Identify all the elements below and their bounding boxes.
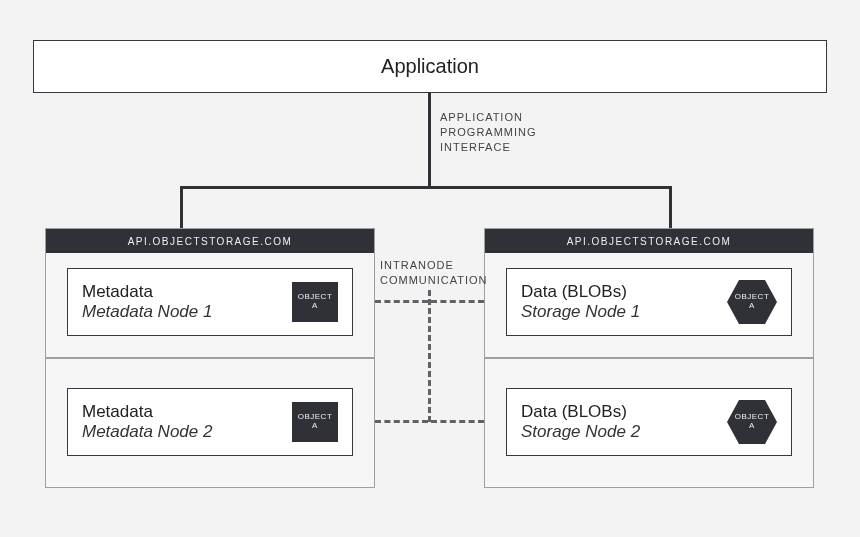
- object-label-l2: A: [749, 301, 755, 310]
- metadata-node-1-title: Metadata: [82, 282, 292, 302]
- object-a-square-icon: OBJECT A: [292, 282, 338, 322]
- object-label-l1: OBJECT: [735, 412, 770, 421]
- metadata-node-2-title: Metadata: [82, 402, 292, 422]
- application-box: Application: [33, 40, 827, 93]
- left-cluster-header: API.OBJECTSTORAGE.COM: [46, 229, 374, 253]
- metadata-node-2-sub: Metadata Node 2: [82, 422, 292, 442]
- api-label-l2: PROGRAMMING: [440, 125, 537, 140]
- api-connector-down-left: [180, 186, 183, 228]
- intranode-vertical: [428, 290, 431, 422]
- storage-node-2-sub: Storage Node 2: [521, 422, 727, 442]
- intranode-right-bottom: [431, 420, 484, 423]
- storage-node-1-title: Data (BLOBs): [521, 282, 727, 302]
- storage-node-2-box: Data (BLOBs) Storage Node 2 OBJECT A: [506, 388, 792, 456]
- object-label-l2: A: [312, 422, 318, 431]
- storage-node-1-text: Data (BLOBs) Storage Node 1: [521, 282, 727, 323]
- intranode-label-l2: COMMUNICATION: [380, 273, 488, 288]
- diagram-canvas: Application APPLICATION PROGRAMMING INTE…: [0, 0, 860, 537]
- metadata-node-1-sub: Metadata Node 1: [82, 302, 292, 322]
- metadata-node-1-box: Metadata Metadata Node 1 OBJECT A: [67, 268, 353, 336]
- intranode-right-top: [431, 300, 484, 303]
- object-a-hexagon-icon: OBJECT A: [727, 280, 777, 324]
- object-label-l1: OBJECT: [735, 292, 770, 301]
- api-connector-down-right: [669, 186, 672, 228]
- intranode-left-top: [375, 300, 428, 303]
- object-a-square-icon: OBJECT A: [292, 402, 338, 442]
- api-label: APPLICATION PROGRAMMING INTERFACE: [440, 110, 537, 155]
- metadata-node-1-text: Metadata Metadata Node 1: [82, 282, 292, 323]
- api-connector-horizontal: [180, 186, 672, 189]
- storage-node-2-text: Data (BLOBs) Storage Node 2: [521, 402, 727, 443]
- api-label-l1: APPLICATION: [440, 110, 537, 125]
- metadata-node-2-box: Metadata Metadata Node 2 OBJECT A: [67, 388, 353, 456]
- right-cluster-header: API.OBJECTSTORAGE.COM: [485, 229, 813, 253]
- intranode-label-l1: INTRANODE: [380, 258, 488, 273]
- object-label-l2: A: [312, 302, 318, 311]
- left-cluster-header-text: API.OBJECTSTORAGE.COM: [128, 236, 293, 247]
- storage-node-1-sub: Storage Node 1: [521, 302, 727, 322]
- storage-node-1-box: Data (BLOBs) Storage Node 1 OBJECT A: [506, 268, 792, 336]
- api-connector-vertical: [428, 93, 431, 189]
- object-a-hexagon-icon: OBJECT A: [727, 400, 777, 444]
- application-title: Application: [381, 55, 479, 78]
- api-label-l3: INTERFACE: [440, 140, 537, 155]
- storage-node-2-title: Data (BLOBs): [521, 402, 727, 422]
- right-cluster-header-text: API.OBJECTSTORAGE.COM: [567, 236, 732, 247]
- intranode-left-bottom: [375, 420, 428, 423]
- intranode-label: INTRANODE COMMUNICATION: [380, 258, 488, 288]
- metadata-node-2-text: Metadata Metadata Node 2: [82, 402, 292, 443]
- object-label-l2: A: [749, 421, 755, 430]
